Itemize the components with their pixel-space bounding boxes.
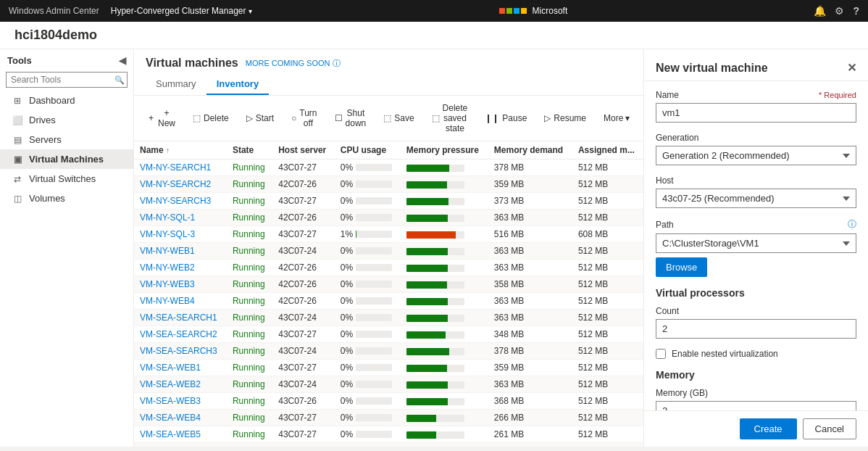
dashboard-icon: ⊞ <box>12 96 23 106</box>
col-mem-demand[interactable]: Memory demand <box>488 141 572 160</box>
name-label-row: Name * Required <box>656 90 856 100</box>
vm-link[interactable]: VM-SEA-WEB3 <box>140 396 201 406</box>
new-button[interactable]: + + New <box>143 105 181 131</box>
notification-icon[interactable]: 🔔 <box>814 5 826 17</box>
vm-link[interactable]: VM-NY-WEB4 <box>140 296 195 306</box>
memory-pressure-fill <box>406 381 448 389</box>
collapse-icon[interactable]: ◀ <box>119 55 126 66</box>
more-button[interactable]: More ▾ <box>598 110 635 126</box>
delete-saved-button[interactable]: ⬚ Delete saved state <box>426 100 474 136</box>
memory-title: Memory <box>656 369 856 381</box>
vm-link[interactable]: VM-NY-SEARCH2 <box>140 179 211 189</box>
vm-cpu-cell: 0% <box>335 410 401 426</box>
vm-link[interactable]: VM-SEA-WEB2 <box>140 379 201 389</box>
start-button[interactable]: ▷ Start <box>241 110 280 126</box>
help-icon[interactable]: ? <box>853 5 859 17</box>
vm-link[interactable]: VM-NY-WEB3 <box>140 279 195 289</box>
vm-link[interactable]: VM-NY-SEARCH1 <box>140 162 211 173</box>
col-mem-pressure[interactable]: Memory pressure <box>401 141 488 160</box>
app-name: Windows Admin Center <box>9 6 99 16</box>
vm-link[interactable]: VM-SEA-SEARCH3 <box>140 346 217 356</box>
path-info-icon[interactable]: ⓘ <box>848 218 856 231</box>
memory-pressure-fill <box>406 331 446 339</box>
vm-link[interactable]: VM-SEA-WEB5 <box>140 429 201 439</box>
memory-pressure-bar <box>406 231 464 239</box>
save-button[interactable]: ⬚ Save <box>377 110 420 126</box>
memory-pressure-fill <box>406 265 448 272</box>
vm-assigned-cell: 512 MB <box>572 376 643 393</box>
cancel-button[interactable]: Cancel <box>803 418 856 439</box>
cpu-bar <box>356 414 392 421</box>
generation-select[interactable]: Generation 2 (Recommended) Generation 1 <box>656 146 856 165</box>
vm-link[interactable]: VM-SEA-SEARCH2 <box>140 329 217 339</box>
turnoff-button[interactable]: ○ Turn off <box>285 105 322 131</box>
vm-link[interactable]: VM-SEA-WEB4 <box>140 413 201 423</box>
sidebar-item-dashboard[interactable]: ⊞ Dashboard <box>0 91 133 110</box>
memory-input[interactable] <box>656 401 856 410</box>
vm-cpu-cell: 0% <box>335 426 401 443</box>
vm-table-body: VM-NY-SEARCH1 Running 43C07-27 0% 378 MB… <box>134 160 643 447</box>
cpu-value: 0% <box>341 179 353 189</box>
tab-summary[interactable]: Summary <box>146 74 206 95</box>
vm-link[interactable]: VM-NY-WEB2 <box>140 262 195 273</box>
vm-assigned-cell: - <box>572 443 643 447</box>
count-input[interactable] <box>656 319 856 339</box>
vm-link[interactable]: VM-NY-SQL-1 <box>140 212 195 223</box>
vm-link[interactable]: vm-test-1 <box>140 446 176 447</box>
vm-link[interactable]: VM-SEA-SEARCH1 <box>140 313 217 323</box>
sidebar-item-volumes[interactable]: ◫ Volumes <box>0 189 133 208</box>
host-select[interactable]: 43c07-25 (Recommended) 43c07-24 43c07-26… <box>656 189 856 208</box>
create-button[interactable]: Create <box>740 418 797 439</box>
cpu-bar <box>356 281 392 288</box>
resume-icon: ▷ <box>544 113 551 123</box>
cpu-bar <box>356 264 392 271</box>
sidebar-item-virtual-machines[interactable]: ▣ Virtual Machines <box>0 149 133 169</box>
vm-link[interactable]: VM-NY-SEARCH3 <box>140 196 211 206</box>
cpu-bar <box>356 331 392 338</box>
col-host[interactable]: Host server <box>272 141 335 160</box>
table-row: VM-SEA-WEB2 Running 43C07-24 0% 363 MB 5… <box>134 376 643 393</box>
toolbar: + + New ⬚ Delete ▷ Start ○ Turn off ☐ Sh… <box>134 96 643 141</box>
vm-host-cell: 42C07-26 <box>272 176 335 193</box>
delete-icon: ⬚ <box>193 113 201 123</box>
table-row: VM-SEA-SEARCH1 Running 43C07-24 0% 363 M… <box>134 310 643 326</box>
panel-close-icon[interactable]: ✕ <box>847 61 856 75</box>
cpu-value: 0% <box>341 363 353 373</box>
vm-name-cell: VM-NY-SEARCH2 <box>134 176 227 193</box>
search-input[interactable] <box>6 72 128 88</box>
vm-link[interactable]: VM-NY-WEB1 <box>140 246 195 256</box>
path-select[interactable]: C:\ClusterStorage\VM1 <box>656 233 856 253</box>
vm-name-cell: VM-SEA-WEB3 <box>134 393 227 410</box>
col-assigned-mem[interactable]: Assigned m... <box>572 141 643 160</box>
memory-pressure-fill <box>406 231 456 239</box>
name-input[interactable] <box>656 103 856 123</box>
vm-cpu-cell: 0% <box>335 360 401 376</box>
vm-link[interactable]: VM-SEA-WEB1 <box>140 363 201 373</box>
browse-button[interactable]: Browse <box>656 257 707 277</box>
shutdown-button[interactable]: ☐ Shut down <box>329 105 372 131</box>
vm-state-cell: Running <box>227 210 272 226</box>
delete-button[interactable]: ⬚ Delete <box>187 110 235 126</box>
vm-cpu-cell: 1% <box>335 226 401 243</box>
col-state[interactable]: State <box>227 141 272 160</box>
cpu-bar <box>356 347 392 355</box>
resume-button[interactable]: ▷ Resume <box>538 110 592 126</box>
col-name[interactable]: Name ↑ <box>134 141 227 160</box>
sidebar-item-virtual-switches[interactable]: ⇄ Virtual Switches <box>0 169 133 189</box>
sidebar-item-drives[interactable]: ⬜ Drives <box>0 110 133 130</box>
shutdown-icon: ☐ <box>335 113 343 123</box>
settings-icon[interactable]: ⚙ <box>835 5 844 17</box>
pause-button[interactable]: ❙❙ Pause <box>479 110 533 126</box>
sidebar-item-servers[interactable]: ▤ Servers <box>0 130 133 149</box>
nested-virt-checkbox[interactable] <box>656 349 666 359</box>
cluster-manager-label[interactable]: Hyper-Converged Cluster Manager ▾ <box>111 6 253 16</box>
vm-state-cell: Running <box>227 276 272 293</box>
vm-host-cell: 43C07-24 <box>272 343 335 360</box>
vm-cpu-cell: 0% <box>335 276 401 293</box>
vswitches-icon: ⇄ <box>12 174 23 184</box>
vm-cpu-cell: 0% <box>335 376 401 393</box>
tab-inventory[interactable]: Inventory <box>206 74 270 95</box>
vm-link[interactable]: VM-NY-SQL-3 <box>140 229 195 239</box>
col-cpu[interactable]: CPU usage <box>335 141 401 160</box>
vm-state-cell: Running <box>227 376 272 393</box>
